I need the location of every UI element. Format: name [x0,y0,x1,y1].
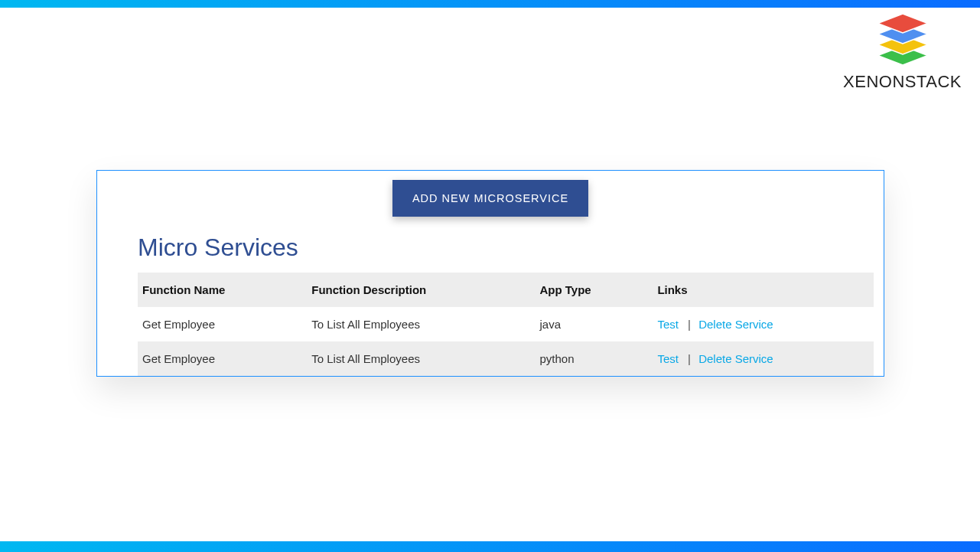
page-title: Micro Services [107,234,874,273]
test-link[interactable]: Test [657,318,679,331]
bottom-accent-bar [0,541,980,552]
table-row: Get Employee To List All Employees java … [138,307,874,341]
stack-icon [873,14,933,67]
col-function-name: Function Name [138,273,307,307]
cell-function-description: To List All Employees [307,307,535,341]
cell-links: Test | Delete Service [653,341,874,376]
svg-marker-6 [877,14,927,33]
brand-logo: XENONSTACK [843,14,962,92]
table-row: Get Employee To List All Employees pytho… [138,341,874,376]
table-header-row: Function Name Function Description App T… [138,273,874,307]
add-microservice-button[interactable]: ADD NEW MICROSERVICE [392,180,588,217]
delete-service-link[interactable]: Delete Service [698,352,773,365]
cell-function-description: To List All Employees [307,341,535,376]
cell-app-type: java [535,307,653,341]
cell-links: Test | Delete Service [653,307,874,341]
col-app-type: App Type [535,273,653,307]
cell-function-name: Get Employee [138,341,307,376]
button-row: ADD NEW MICROSERVICE [107,180,874,234]
col-links: Links [653,273,874,307]
link-separator: | [688,318,691,331]
cell-function-name: Get Employee [138,307,307,341]
test-link[interactable]: Test [657,352,679,365]
microservices-table: Function Name Function Description App T… [138,273,874,376]
microservices-panel: ADD NEW MICROSERVICE Micro Services Func… [96,170,884,377]
col-function-description: Function Description [307,273,535,307]
brand-name: XENONSTACK [843,72,962,92]
delete-service-link[interactable]: Delete Service [698,318,773,331]
top-accent-bar [0,0,980,8]
cell-app-type: python [535,341,653,376]
link-separator: | [688,352,691,365]
